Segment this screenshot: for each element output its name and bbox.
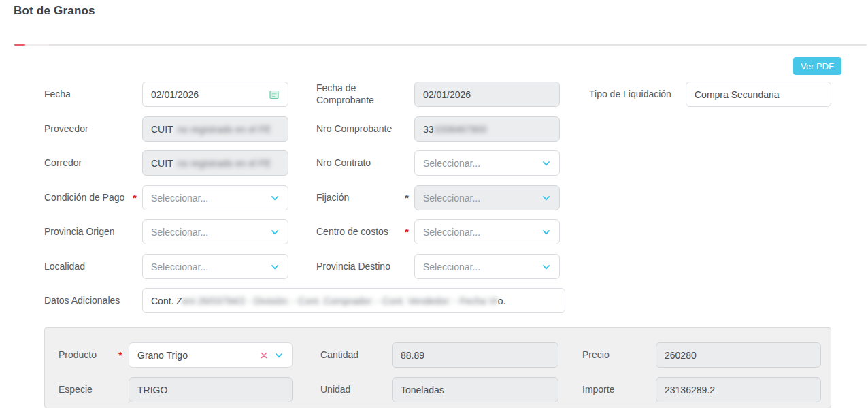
condicion-pago-placeholder: Seleccionar... (151, 193, 208, 204)
cantidad-input: 88.89 (392, 342, 558, 368)
cantidad-value: 88.89 (401, 350, 424, 361)
chevron-down-icon (270, 193, 280, 203)
bot-de-granos-page: { "page": { "title": "Bot de Granos" }, … (0, 0, 868, 418)
condicion-pago-label: Condición de Pago (44, 185, 133, 210)
fecha-input[interactable]: 02/01/2026 (142, 82, 288, 107)
nro-comprobante-value-prefix: 33 (423, 124, 434, 135)
fecha-comprobante-label: Fecha de Comprobante (316, 82, 405, 107)
tab-strip (14, 44, 867, 46)
datos-adicionales-label: Datos Adicionales (44, 288, 133, 313)
datos-adicionales-value-prefix: Cont. Z (151, 295, 182, 306)
producto-required-asterisk: * (116, 342, 125, 368)
localidad-placeholder: Seleccionar... (151, 261, 208, 272)
centro-costos-placeholder: Seleccionar... (423, 227, 480, 238)
chevron-down-icon (274, 351, 284, 360)
localidad-select[interactable]: Seleccionar... (142, 254, 288, 279)
tipo-liquidacion-label: Tipo de Liquidación (589, 82, 686, 107)
provincia-destino-select[interactable]: Seleccionar... (414, 254, 560, 279)
tab-strip-divider (49, 44, 867, 46)
page-title: Bot de Granos (14, 4, 95, 18)
datos-adicionales-input[interactable]: Cont. Z eni 26/03794/2 - División: - Con… (142, 288, 565, 313)
chevron-down-icon (541, 262, 551, 272)
producto-label: Producto (59, 342, 116, 368)
proveedor-label: Proveedor (44, 116, 133, 142)
precio-label: Precio (582, 342, 647, 368)
fecha-value: 02/01/2026 (151, 89, 199, 100)
importe-input: 23136289.2 (656, 377, 821, 402)
fijacion-placeholder: Seleccionar... (423, 193, 480, 204)
proveedor-value-prefix: CUIT (151, 124, 173, 135)
x-clear-icon[interactable] (259, 351, 269, 360)
provincia-origen-select[interactable]: Seleccionar... (142, 219, 288, 244)
tab-strip-light-segment (25, 44, 49, 46)
corredor-value-redacted: no registrado en el FE (178, 158, 271, 169)
precio-value: 260280 (665, 350, 697, 361)
centro-costos-label: Centro de costos (316, 219, 405, 244)
calendar-icon[interactable] (269, 89, 280, 100)
provincia-origen-placeholder: Seleccionar... (151, 227, 208, 238)
active-tab-indicator[interactable] (14, 44, 25, 46)
especie-label: Especie (59, 377, 116, 402)
provincia-destino-placeholder: Seleccionar... (423, 261, 480, 272)
fecha-label: Fecha (44, 82, 133, 107)
especie-input: TRIGO (129, 377, 293, 402)
especie-value: TRIGO (137, 385, 167, 396)
proveedor-input: CUIT no registrado en el FE (142, 116, 288, 142)
chevron-down-icon (541, 159, 551, 168)
nro-comprobante-value-redacted: 1008467900 (434, 124, 487, 135)
importe-value: 23136289.2 (665, 385, 715, 396)
nro-contrato-placeholder: Seleccionar... (423, 158, 480, 169)
chevron-down-icon (270, 262, 280, 272)
nro-contrato-select[interactable]: Seleccionar... (414, 150, 560, 176)
localidad-label: Localidad (44, 254, 133, 279)
unidad-label: Unidad (320, 377, 385, 402)
centro-costos-required-asterisk: * (402, 219, 412, 244)
condicion-pago-select[interactable]: Seleccionar... (142, 185, 288, 210)
corredor-value-prefix: CUIT (151, 158, 173, 169)
unidad-input: Toneladas (392, 377, 558, 402)
provincia-destino-label: Provincia Destino (316, 254, 405, 279)
cantidad-label: Cantidad (320, 342, 385, 368)
importe-label: Importe (582, 377, 647, 402)
datos-adicionales-value-suffix: o. (498, 295, 506, 306)
fecha-comprobante-input: 02/01/2026 (414, 82, 560, 107)
chevron-down-icon (541, 193, 551, 203)
nro-contrato-label: Nro Contrato (316, 150, 405, 176)
nro-comprobante-label: Nro Comprobante (316, 116, 405, 142)
fijacion-label: Fijación (316, 185, 405, 210)
nro-comprobante-input: 33 1008467900 (414, 116, 560, 142)
precio-input: 260280 (656, 342, 821, 368)
chevron-down-icon (541, 227, 551, 237)
producto-value: Grano Trigo (137, 350, 188, 361)
chevron-down-icon (270, 227, 280, 237)
unidad-value: Toneladas (401, 385, 444, 396)
tipo-liquidacion-input[interactable]: Compra Secundaria (686, 82, 831, 107)
corredor-label: Corredor (44, 150, 133, 176)
tipo-liquidacion-value: Compra Secundaria (695, 89, 780, 100)
provincia-origen-label: Provincia Origen (44, 219, 133, 244)
proveedor-value-redacted: no registrado en el FE (178, 124, 271, 135)
ver-pdf-button[interactable]: Ver PDF (793, 57, 841, 75)
fijacion-select: Seleccionar... (414, 185, 560, 210)
datos-adicionales-value-redacted: eni 26/03794/2 - División: - Cont. Compr… (182, 295, 498, 306)
condicion-pago-required-asterisk: * (130, 185, 139, 210)
producto-select[interactable]: Grano Trigo (129, 342, 293, 368)
centro-costos-select[interactable]: Seleccionar... (414, 219, 560, 244)
producto-panel: Producto * Grano Trigo Cantidad 88.89 Pr… (44, 327, 831, 408)
corredor-input: CUIT no registrado en el FE (142, 150, 288, 176)
fecha-comprobante-value: 02/01/2026 (423, 89, 471, 100)
fijacion-required-asterisk: * (402, 185, 412, 210)
